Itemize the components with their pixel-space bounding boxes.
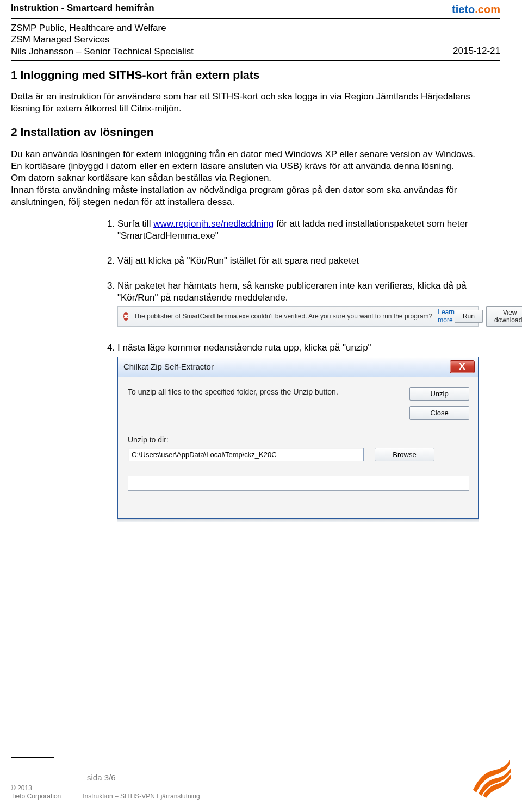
copyright-company: Tieto Corporation (11, 792, 61, 801)
ie-notification-bar: ✖ The publisher of SmartCardHemma.exe co… (117, 306, 478, 327)
step-1: Surfa till www.regionjh.se/nedladdning f… (117, 218, 500, 242)
step-3-text: När paketet har hämtats hem, så kanske p… (117, 280, 467, 303)
section-2-heading: 2 Installation av lösningen (11, 124, 500, 139)
unzip-path-input[interactable] (128, 448, 364, 461)
ie-bar-message: The publisher of SmartCardHemma.exe coul… (134, 313, 432, 321)
document-title: Instruktion - Smartcard hemifrån (11, 2, 154, 14)
ie-learn-more-link[interactable]: Learn more (438, 308, 455, 325)
steps-list: Surfa till www.regionjh.se/nedladdning f… (98, 218, 500, 522)
header-rule-top (11, 18, 500, 19)
dialog-close-button[interactable]: X (450, 360, 475, 373)
step-3: När paketet har hämtats hem, så kanske p… (117, 280, 500, 327)
ie-run-button[interactable]: Run (455, 310, 483, 323)
download-link[interactable]: www.regionjh.se/nedladdning (153, 218, 274, 229)
step-1-text-pre: Surfa till (117, 218, 153, 229)
meta-line: ZSMP Public, Healthcare and Welfare (11, 22, 194, 34)
document-date: 2015-12-21 (453, 45, 500, 57)
footer-subtitle: Instruktion – SITHS-VPN Fjärranslutning (83, 792, 200, 801)
step-2: Välj att klicka på "Kör/Run" istället fö… (117, 255, 500, 267)
shield-warning-icon: ✖ (123, 312, 128, 321)
dialog-instruction-text: To unzip all files to the specified fold… (128, 387, 338, 397)
meta-line: ZSM Managed Services (11, 34, 194, 45)
close-button[interactable]: Close (409, 406, 469, 420)
tieto-logo-text: tieto.com (452, 2, 500, 16)
unzip-dir-label: Unzip to dir: (128, 435, 469, 445)
dialog-titlebar[interactable]: Chilkat Zip Self-Extractor X (118, 357, 478, 377)
header-meta: ZSMP Public, Healthcare and Welfare ZSM … (11, 22, 194, 57)
browse-button[interactable]: Browse (375, 448, 434, 461)
chilkat-dialog: Chilkat Zip Self-Extractor X To unzip al… (117, 357, 478, 522)
copyright-year: © 2013 (11, 784, 200, 793)
ie-view-downloads-button[interactable]: View downloads (486, 306, 522, 327)
header-rule-bottom (11, 60, 500, 61)
section-2-paragraph: Du kan använda lösningen för extern inlo… (11, 148, 500, 208)
step-4-text: I nästa läge kommer nedanstående ruta up… (117, 342, 371, 353)
logo-tieto: tieto (452, 3, 475, 15)
section-1-heading: 1 Inloggning med SITHS-kort från extern … (11, 67, 500, 82)
meta-line: Nils Johansson – Senior Technical Specia… (11, 46, 194, 57)
footnote-rule (11, 757, 54, 758)
page-footer: sida 3/6 © 2013 Tieto Corporation Instru… (11, 757, 511, 801)
step-4: I nästa läge kommer nedanstående ruta up… (117, 342, 500, 521)
dialog-bottom-shadow (117, 519, 478, 522)
unzip-button[interactable]: Unzip (409, 387, 469, 401)
progress-bar (128, 476, 469, 491)
logo-dotcom: .com (475, 3, 500, 15)
section-1-paragraph: Detta är en instruktion för användare so… (11, 91, 500, 115)
dialog-title: Chilkat Zip Self-Extractor (123, 361, 214, 372)
page-number: sida 3/6 (87, 772, 200, 783)
tieto-ribbon-logo-icon (468, 760, 511, 801)
